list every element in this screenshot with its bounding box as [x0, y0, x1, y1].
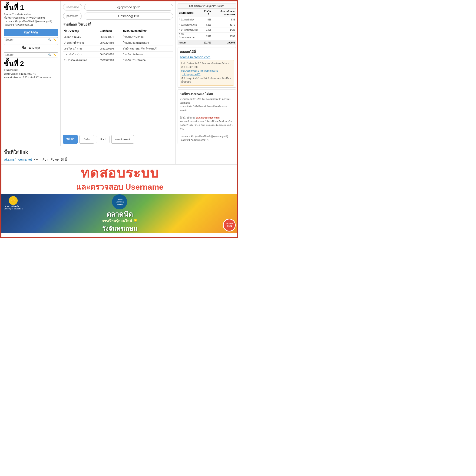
no-username-desc3: ให้แจ้ง เข้ามาที่ [180, 117, 195, 119]
moe-name2: Ministry of Education [4, 208, 23, 210]
banner-thai-sub1: การเรียนรู้ออนไลน์ 💡 [102, 218, 137, 224]
user-table-row: แพรวไพริน สุกา 0613689752 โรงเรียนวัดพัง… [63, 51, 173, 57]
no-username-format2: Password คือ Opsmoe@123 [180, 138, 234, 142]
step2-desc3: ทยอยเข้าประมาณ 8.30 กำลังมี 3 โปรแกรมงาน [4, 76, 58, 80]
step2-desc1: ตรวจสอบ link [4, 68, 58, 72]
province-table-row: A-05-กำแพงเพชร.xlsx 2349 2332 [178, 33, 236, 40]
link-area-desc: กลับมาPower BI นี้ [40, 158, 67, 161]
link3[interactable]: .bit.ly/opsmoe383 [182, 73, 200, 76]
opsmoe-email-link[interactable]: aka.ms/opsmoe-email [196, 117, 220, 119]
step1-desc4: Password คือ Opsmoe@123 [4, 23, 58, 27]
userlist-title: รายชื่อคน ใช้เบอร์นี้ [63, 22, 173, 27]
step2-desc2: จะเริ่ม ประกาศ ก่อนวันงาน 3 วัน [4, 72, 58, 76]
link1[interactable]: bit.ly/opsmoe381 [181, 69, 199, 72]
contact-search-input[interactable] [5, 38, 46, 41]
right-logo: สภาช่างฟอร์บี [223, 219, 236, 232]
test-title: ทดสอบได้ที่ [180, 49, 234, 54]
name-edit-icon[interactable]: ✏️ [53, 53, 56, 56]
step1-desc3: Username คือ [เบอร์โทร10หลัก@opsmoe.go.t… [4, 19, 58, 23]
contact-edit-icon[interactable]: ✏️ [53, 38, 56, 41]
ipad-button[interactable]: iPad [96, 136, 109, 143]
contact-label: เบอร์ติดต่อ [4, 29, 58, 36]
user-table-row: เกียรติศักดิ์ สำราญ 0871274489 โรงเรียนว… [63, 40, 173, 46]
username-label: username [63, 4, 82, 10]
computer-button[interactable]: คอมพิวเตอร์ [111, 135, 134, 144]
province-table-title: List จังหวัดที่นำข้อมูลเข้าระบบแล้ว [178, 3, 236, 9]
name-search-icon: 🔍 [48, 53, 51, 56]
method-button[interactable]: วิธีเข้า [63, 135, 78, 144]
big-text-line2: และตรวจสอบ Username [1, 181, 238, 193]
province-table-row: A-04-กาฬสินธุ์.xlsx 1428 1426 [178, 27, 236, 33]
step2-title: ขั้นที่ 2 [4, 60, 58, 68]
no-username-title: กรณีหาUsername ไม่พบ [180, 92, 234, 96]
online-badge: Online Learning Market [112, 194, 127, 209]
banner-thai-text: ตลาดนัด [106, 210, 133, 218]
moe-logo: ⚜️ กระทรวงศึกษาธิการ Ministry of Educati… [4, 196, 23, 210]
password-label: password [63, 13, 82, 19]
step1-desc2: เพื่อค้นหา Username สำหรับเข้าร่วมงาน [4, 16, 58, 19]
test-section: ทดสอบได้ที่ Teams.microsoft.com Link วัน… [178, 47, 236, 88]
big-text-line1: ทดสอบระบบ [1, 166, 238, 180]
banner-section: ⚜️ กระทรวงศึกษาธิการ Ministry of Educati… [1, 194, 238, 233]
province-table-row: A-01-กระบี่.xlsx 838 833 [178, 17, 236, 22]
banner-thai-sub2: วังจันทรเกษม [102, 224, 137, 233]
username-value: @opsmoe.go.th [84, 4, 173, 11]
mobile-button[interactable]: มือถือ [80, 135, 94, 144]
link2[interactable]: bit.ly/opsmoe382 [200, 69, 218, 72]
province-table: Source.Name จำนวนนี้... จำนวนนับของ user… [178, 9, 236, 45]
user-table-row: เลชวัจร แก้วเกตุ 0851190206 สำนักงาน กศน… [63, 46, 173, 51]
step1-desc1: พิมพ์เบอร์โทรศัพท์ของท่าน [4, 13, 58, 16]
link-area-title: พื้นที่ใส่ link [4, 149, 173, 156]
no-username-format1: Username คือ [เบอร์โทร10หลัก@opsmoe.go.t… [180, 135, 234, 138]
no-username-desc2: จากกรณีเช่น ไม่ได้ใส่เบอร์ ใส่เบอร์ผิด ห… [180, 105, 234, 112]
link-info-box: Link วันซ้อม วันที่ 3 สิงหาคม สำหรับคนที… [180, 60, 234, 85]
province-table-row: A-02-กรุงเทพ.xlsx 8223 8170 [178, 22, 236, 27]
teams-link[interactable]: Teams.microsoft.com [180, 55, 234, 59]
no-username-desc1: หากท่านเคยมีรายชื่อ ในประกาศก่อนหน้า แต่… [180, 97, 234, 105]
step1-title: ขั้นที่ 1 [4, 4, 58, 11]
password-value: Opsmoe@123 [84, 13, 173, 19]
name-search-input[interactable] [5, 53, 46, 56]
arrow-text: <-- [34, 158, 38, 161]
no-username-desc4: ระบบจะทำการสร้าง user ให้คนที่มีรายชื่อแ… [180, 120, 234, 123]
no-username-section: กรณีหาUsername ไม่พบ หากท่านเคยมีรายชื่อ… [178, 89, 236, 144]
name-label: ชื่อ - นามสกุล [4, 44, 58, 51]
contact-search-icon: 🔍 [48, 38, 51, 41]
user-table-row: กนกวรรณ สะแมทอง 0986522109 โรงเรียนบ้านป… [63, 57, 173, 63]
moe-name1: กระทรวงศึกษาธิการ [5, 205, 21, 208]
province-table-container: List จังหวัดที่นำข้อมูลเข้าระบบแล้ว Sour… [178, 3, 236, 45]
no-username-desc5: จะเริ่มสร้างให้ ช่วง 4 โมง ของแต่ละวัน ใ… [180, 123, 234, 131]
user-table: ชื่อ - นามสกุล เบอร์ติดต่อ หน่วยงาน/สถาน… [63, 28, 173, 63]
moemarket-link[interactable]: aka.ms/moemarket [4, 158, 32, 161]
user-table-row: เตียนา อาหะมะ 0613698471 โรงเรียนบ้านลาแ… [63, 34, 173, 40]
